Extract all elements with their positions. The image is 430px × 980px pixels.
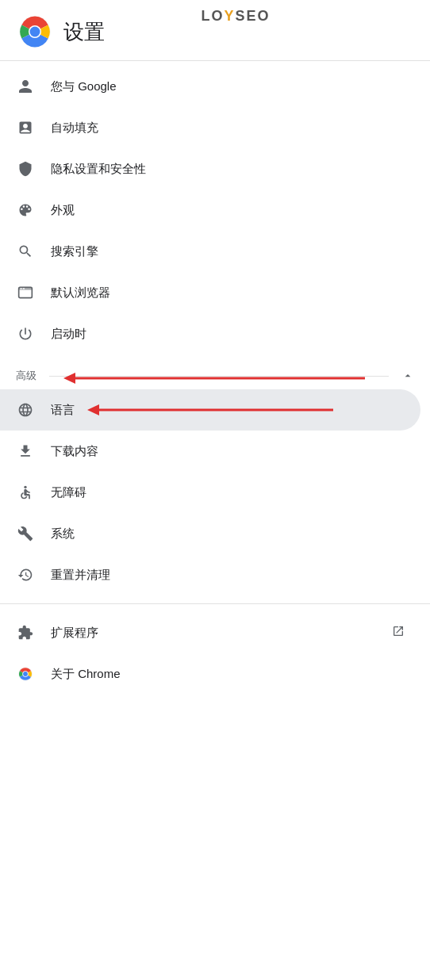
sidebar-item-accessibility[interactable]: 无障碍: [0, 472, 420, 513]
sidebar-item-label: 关于 Chrome: [51, 667, 121, 682]
sidebar-item-extensions[interactable]: 扩展程序: [0, 612, 420, 653]
page-header: 设置 LOYSEO: [0, 0, 430, 56]
sidebar-item-startup[interactable]: 启动时: [0, 313, 420, 354]
bottom-divider: [0, 603, 430, 604]
sidebar-item-default-browser[interactable]: 默认浏览器: [0, 272, 420, 313]
history-icon: [16, 565, 35, 584]
autofill-icon: [16, 118, 35, 137]
shield-icon: [16, 159, 35, 178]
advanced-label: 高级: [16, 369, 36, 383]
sidebar-item-language[interactable]: 语言: [0, 389, 420, 431]
person-icon: [16, 77, 35, 96]
advanced-header[interactable]: 高级: [0, 362, 430, 389]
sidebar-item-label: 下载内容: [51, 444, 98, 459]
sidebar-item-appearance[interactable]: 外观: [0, 189, 420, 231]
sidebar-item-label: 您与 Google: [51, 79, 117, 94]
sidebar-item-label: 重置并清理: [51, 568, 110, 583]
header-divider: [0, 60, 430, 61]
svg-point-12: [24, 486, 26, 488]
search-icon: [16, 242, 35, 261]
settings-nav: 您与 Google 自动填充 隐私设置和安全性 外观 搜索引擎 默认浏览器: [0, 66, 430, 695]
sidebar-item-search[interactable]: 搜索引擎: [0, 231, 420, 272]
accessibility-icon: [16, 483, 35, 502]
sidebar-item-label: 默认浏览器: [51, 285, 110, 301]
sidebar-item-label: 语言: [51, 403, 75, 418]
globe-icon: [16, 400, 35, 419]
watermark: LOYSEO: [202, 8, 271, 25]
svg-point-15: [23, 672, 28, 676]
sidebar-item-reset[interactable]: 重置并清理: [0, 554, 420, 595]
sidebar-item-label: 搜索引擎: [51, 244, 98, 259]
sidebar-item-label: 无障碍: [51, 485, 86, 500]
chevron-up-icon: [401, 369, 414, 382]
svg-rect-6: [20, 288, 22, 289]
sidebar-item-label: 隐私设置和安全性: [51, 162, 146, 177]
section-divider-line: [49, 376, 389, 377]
sidebar-item-privacy[interactable]: 隐私设置和安全性: [0, 148, 420, 189]
sidebar-item-about[interactable]: 关于 Chrome: [0, 653, 420, 695]
svg-rect-7: [23, 288, 25, 289]
advanced-section: 高级: [0, 362, 430, 389]
chrome-logo: [19, 16, 51, 48]
sidebar-item-autofill[interactable]: 自动填充: [0, 107, 420, 148]
download-icon: [16, 442, 35, 461]
page-title: 设置: [63, 18, 105, 46]
puzzle-icon: [16, 623, 35, 642]
language-item-container: 语言: [0, 389, 430, 431]
sidebar-item-google-account[interactable]: 您与 Google: [0, 66, 420, 107]
sidebar-item-label: 外观: [51, 203, 75, 218]
sidebar-item-system[interactable]: 系统: [0, 513, 420, 554]
sidebar-item-label: 扩展程序: [51, 626, 98, 641]
sidebar-item-label: 系统: [51, 526, 75, 542]
about-chrome-icon: [16, 664, 35, 683]
palette-icon: [16, 201, 35, 220]
sidebar-item-label: 自动填充: [51, 121, 98, 136]
sidebar-item-label: 启动时: [51, 327, 86, 342]
browser-icon: [16, 283, 35, 302]
wrench-icon: [16, 524, 35, 543]
external-link-icon: [392, 625, 405, 641]
sidebar-item-downloads[interactable]: 下载内容: [0, 431, 420, 472]
power-icon: [16, 324, 35, 343]
